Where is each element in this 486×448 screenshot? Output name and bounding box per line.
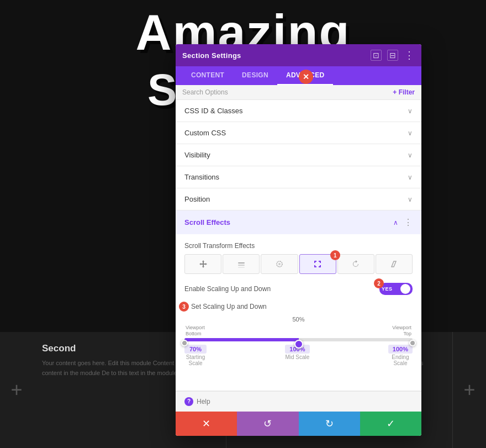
transform-icons-row: 1 [184,254,413,274]
help-row: ? Help [176,391,421,412]
starting-scale-box: 70% StartingScale [184,345,207,366]
scroll-effects-header[interactable]: Scroll Effects ∧ ⋮ [176,210,421,234]
viewport-bottom-label: ViewportBottom [186,325,205,337]
transform-icon-fade[interactable] [223,254,260,274]
cancel-button[interactable]: ✕ [176,412,237,436]
confirm-button[interactable]: ✓ [360,412,421,436]
chevron-scroll-effects: ∧ [393,219,398,226]
plus-icon-left: + [10,378,22,402]
toggle-wrapper: 2 YES [379,283,413,295]
panel-footer: ✕ ↺ ↻ ✓ [176,412,421,436]
plus-right[interactable]: + [453,332,486,448]
accordion-header-visibility[interactable]: Visibility ∨ [176,144,421,166]
badge-3: 3 [179,302,189,312]
accordion-position: Position ∨ [176,188,421,210]
search-options-label: Search Options [182,88,228,96]
plus-icon-right: + [463,378,475,402]
chevron-css-id: ∨ [408,107,413,115]
tab-content[interactable]: Content [182,66,233,85]
viewport-top-label: ViewportTop [392,325,411,337]
accordion-header-css-id[interactable]: CSS ID & Classes ∨ [176,100,421,122]
set-scaling-label: Set Scaling Up and Down [184,303,413,310]
svg-rect-2 [238,267,245,268]
accordion-label-position: Position [184,195,210,203]
scroll-effects-content: Scroll Transform Effects 1 [176,234,421,391]
slider-percent-label: 50% [292,316,304,323]
slider-thumb-right[interactable] [409,340,416,346]
accordion-header-transitions[interactable]: Transitions ∨ [176,166,421,188]
badge-2: 2 [374,278,384,288]
accordion-transitions: Transitions ∨ [176,166,421,188]
split-icon[interactable]: ⊟ [387,50,398,61]
redo-button[interactable]: ↻ [299,412,360,436]
panel-header-icons: ⊡ ⊟ ⋮ [371,50,415,61]
enable-scaling-row: Enable Scaling Up and Down 2 YES [184,283,413,295]
more-options-icon[interactable]: ⋮ [404,50,415,61]
slider-fill [184,338,299,341]
transform-icon-blur[interactable] [261,254,298,274]
toggle-knob [400,284,410,294]
accordion-label-transitions: Transitions [184,173,219,181]
accordion-header-custom-css[interactable]: Custom CSS ∨ [176,122,421,144]
slider-thumb-mid[interactable] [294,340,303,349]
accordion-visibility: Visibility ∨ [176,144,421,166]
filter-button[interactable]: + Filter [393,88,415,96]
panel-close-button[interactable]: ✕ [299,70,313,84]
transform-icon-move[interactable] [184,254,221,274]
slider-track-wrapper: 50% ViewportBottom ViewportTop [184,316,413,383]
scaling-slider-track[interactable] [184,338,413,341]
enable-scaling-toggle[interactable]: YES [379,283,413,295]
scroll-effects-more-icon[interactable]: ⋮ [404,217,413,228]
chevron-custom-css: ∨ [408,129,413,137]
ending-scale-value[interactable]: 100% [388,345,413,354]
starting-scale-value[interactable]: 70% [184,345,207,354]
transform-label: Scroll Transform Effects [184,242,413,250]
slider-thumb-left[interactable] [181,340,188,346]
accordion-css-id: CSS ID & Classes ∨ [176,100,421,122]
accordion-label-custom-css: Custom CSS [184,129,226,137]
chevron-transitions: ∨ [408,173,413,181]
accordion-label-css-id: CSS ID & Classes [184,107,242,115]
mid-scale-label: Mid Scale [285,354,309,360]
scroll-effects-header-right: ∧ ⋮ [393,217,413,228]
starting-scale-label: StartingScale [186,354,205,366]
panel-header: Section Settings ⊡ ⊟ ⋮ [176,44,421,66]
help-icon[interactable]: ? [184,397,193,406]
slider-section: 3 Set Scaling Up and Down 50% ViewportBo… [184,303,413,383]
enable-scaling-label: Enable Scaling Up and Down [184,285,271,293]
accordion-label-visibility: Visibility [184,151,210,159]
section-settings-panel: Section Settings ⊡ ⊟ ⋮ Content Design Ad… [176,44,421,436]
scroll-effects-label: Scroll Effects [184,218,230,226]
help-text: Help [197,398,210,405]
transform-icon-skew[interactable] [376,254,413,274]
chevron-position: ∨ [408,196,413,203]
badge-1: 1 [330,250,340,260]
panel-title: Section Settings [182,51,241,60]
toggle-yes-label: YES [382,286,393,292]
svg-marker-5 [392,261,396,267]
search-bar: Search Options + Filter [176,85,421,100]
svg-rect-0 [238,262,245,263]
expand-icon[interactable]: ⊡ [371,50,382,61]
svg-point-4 [278,263,281,265]
ending-scale-box: 100% EndingScale [388,345,413,366]
scroll-effects-section: Scroll Effects ∧ ⋮ Scroll Transform Effe… [176,210,421,391]
plus-left[interactable]: + [0,332,33,448]
svg-rect-1 [238,265,245,266]
ending-scale-label: EndingScale [392,354,409,366]
reset-button[interactable]: ↺ [237,412,298,436]
transform-icon-scale[interactable]: 1 [299,254,336,274]
chevron-visibility: ∨ [408,151,413,159]
transform-icon-rotate[interactable] [337,254,374,274]
tab-design[interactable]: Design [233,66,277,85]
accordion-custom-css: Custom CSS ∨ [176,122,421,144]
accordion-header-position[interactable]: Position ∨ [176,188,421,210]
